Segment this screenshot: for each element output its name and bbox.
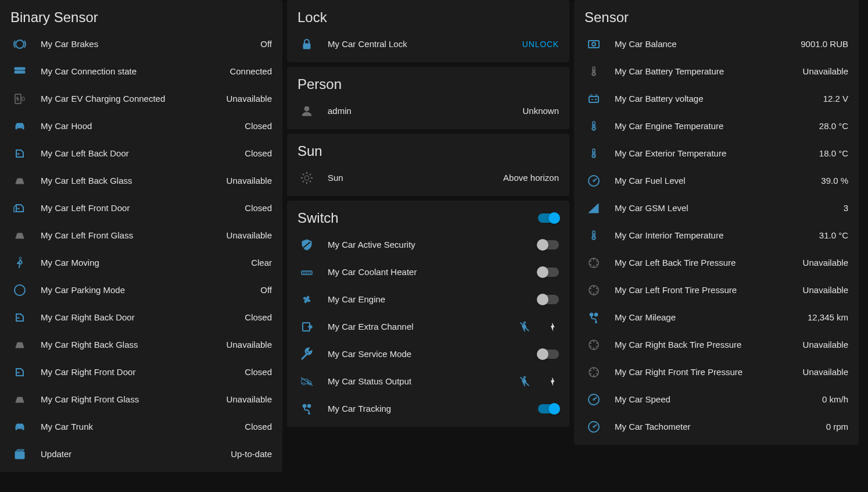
binary-sensor-row[interactable]: My Car Right Back Glass Unavailable xyxy=(0,331,282,358)
person-row[interactable]: admin Unknown xyxy=(287,97,569,124)
lock-title: Lock xyxy=(287,9,569,30)
sensor-row[interactable]: My Car Tachometer 0 rpm xyxy=(574,413,859,440)
flash-off-icon[interactable] xyxy=(518,320,531,333)
binary-sensor-row[interactable]: My Car Trunk Closed xyxy=(0,413,282,440)
sensor-row[interactable]: My Car Right Back Tire Pressure Unavaila… xyxy=(574,331,859,358)
ev-icon xyxy=(13,92,27,106)
sensor-row[interactable]: My Car Mileage 12,345 km xyxy=(574,304,859,331)
lock-action[interactable]: UNLOCK xyxy=(522,40,559,49)
glass-icon xyxy=(13,229,27,243)
switch-card: Switch My Car Active Security My Car Coo… xyxy=(287,201,569,427)
glass-icon xyxy=(13,174,27,188)
binary-sensor-row[interactable]: My Car Parking Mode Off xyxy=(0,276,282,304)
sensor-row[interactable]: My Car Left Front Tire Pressure Unavaila… xyxy=(574,276,859,304)
binary-sensor-label: My Car Left Front Glass xyxy=(41,230,227,240)
package-icon xyxy=(13,447,27,461)
binary-sensor-label: My Car Right Back Glass xyxy=(41,340,227,350)
switch-row[interactable]: My Car Active Security xyxy=(287,231,569,258)
binary-sensor-label: My Car Right Front Door xyxy=(41,367,245,377)
sun-label: Sun xyxy=(328,173,503,183)
door-open-icon xyxy=(13,201,27,215)
sensor-row[interactable]: My Car Speed 0 km/h xyxy=(574,386,859,413)
lock-row[interactable]: My Car Central Lock UNLOCK xyxy=(287,30,569,58)
sensor-label: My Car Engine Temperature xyxy=(615,121,819,131)
sensor-row[interactable]: My Car Interior Temperature 31.0 °C xyxy=(574,222,859,249)
switch-label: My Car Active Security xyxy=(328,240,538,249)
connection-icon xyxy=(13,65,27,79)
binary-sensor-label: My Car Brakes xyxy=(41,39,260,49)
radiator-icon xyxy=(300,265,314,279)
sensor-value: 12.2 V xyxy=(823,94,848,104)
sensor-row[interactable]: My Car Right Front Tire Pressure Unavail… xyxy=(574,358,859,386)
switch-toggle[interactable] xyxy=(538,295,559,304)
switch-label: My Car Status Output xyxy=(328,376,518,386)
brake-icon xyxy=(13,37,27,51)
lock-card: Lock My Car Central Lock UNLOCK xyxy=(287,0,569,62)
binary-sensor-row[interactable]: My Car Moving Clear xyxy=(0,249,282,276)
switch-toggle[interactable] xyxy=(538,268,559,277)
sensor-label: My Car Exterior Temperature xyxy=(615,148,819,158)
switch-toggle[interactable] xyxy=(538,240,559,249)
binary-sensor-row[interactable]: My Car Right Back Door Closed xyxy=(0,304,282,331)
flash-on-icon[interactable] xyxy=(547,321,559,333)
binary-sensor-label: My Car Trunk xyxy=(41,422,245,432)
sensor-value: Unavailable xyxy=(803,340,848,350)
sensor-row[interactable]: My Car Battery Temperature Unavailable xyxy=(574,58,859,85)
binary-sensor-value: Off xyxy=(260,285,272,295)
switch-row[interactable]: My Car Engine xyxy=(287,286,569,313)
binary-sensor-row[interactable]: My Car Hood Closed xyxy=(0,112,282,140)
binary-sensor-row[interactable]: My Car Right Front Glass Unavailable xyxy=(0,386,282,413)
binary-sensor-row[interactable]: My Car EV Charging Connected Unavailable xyxy=(0,85,282,112)
binary-sensor-label: My Car Parking Mode xyxy=(41,285,260,295)
binary-sensor-row[interactable]: My Car Left Front Glass Unavailable xyxy=(0,222,282,249)
sensor-label: My Car Balance xyxy=(615,39,801,49)
binary-sensor-value: Off xyxy=(260,39,272,49)
sensor-row[interactable]: My Car GSM Level 3 xyxy=(574,194,859,222)
sun-row[interactable]: Sun Above horizon xyxy=(287,164,569,191)
sensor-row[interactable]: My Car Left Back Tire Pressure Unavailab… xyxy=(574,249,859,276)
switch-toggle[interactable] xyxy=(538,404,559,413)
binary-sensor-row[interactable]: My Car Right Front Door Closed xyxy=(0,358,282,386)
binary-sensor-value: Closed xyxy=(245,203,272,213)
sun-value: Above horizon xyxy=(503,173,559,183)
binary-sensor-row[interactable]: My Car Left Back Door Closed xyxy=(0,140,282,167)
switch-row[interactable]: My Car Extra Channel xyxy=(287,313,569,340)
door-icon xyxy=(13,311,27,325)
thermometer-icon xyxy=(587,65,601,79)
export-icon xyxy=(300,320,314,334)
sun-card: Sun Sun Above horizon xyxy=(287,134,569,196)
sensor-row[interactable]: My Car Exterior Temperature 18.0 °C xyxy=(574,140,859,167)
flash-off-icon[interactable] xyxy=(518,375,531,388)
sensor-row[interactable]: My Car Fuel Level 39.0 % xyxy=(574,167,859,194)
switch-row[interactable]: My Car Tracking xyxy=(287,395,569,422)
sensor-label: My Car Tachometer xyxy=(615,422,826,432)
truck-icon xyxy=(300,375,314,388)
switch-label: My Car Extra Channel xyxy=(328,322,518,331)
switch-title: Switch xyxy=(297,210,339,226)
sensor-row[interactable]: My Car Battery voltage 12.2 V xyxy=(574,85,859,112)
person-icon xyxy=(300,104,314,118)
binary-sensor-row[interactable]: Updater Up-to-date xyxy=(0,440,282,468)
sensor-row[interactable]: My Car Balance 9001.0 RUB xyxy=(574,30,859,58)
switch-master-toggle[interactable] xyxy=(538,213,559,223)
binary-sensor-label: My Car Hood xyxy=(41,121,245,131)
binary-sensor-value: Closed xyxy=(245,422,272,432)
door-icon xyxy=(13,365,27,379)
flash-on-icon[interactable] xyxy=(547,376,559,387)
sensor-row[interactable]: My Car Engine Temperature 28.0 °C xyxy=(574,112,859,140)
binary-sensor-row[interactable]: My Car Left Front Door Closed xyxy=(0,194,282,222)
switch-row[interactable]: My Car Status Output xyxy=(287,368,569,395)
sensor-value: Unavailable xyxy=(803,285,848,295)
binary-sensor-row[interactable]: My Car Connection state Connected xyxy=(0,58,282,85)
switch-toggle[interactable] xyxy=(538,350,559,359)
binary-sensor-row[interactable]: My Car Left Back Glass Unavailable xyxy=(0,167,282,194)
binary-sensor-label: My Car Connection state xyxy=(41,66,229,76)
binary-sensor-value: Clear xyxy=(251,258,272,268)
sensor-label: My Car GSM Level xyxy=(615,203,844,213)
binary-sensor-value: Unavailable xyxy=(227,340,272,350)
map-marker-icon xyxy=(587,311,601,325)
switch-row[interactable]: My Car Service Mode xyxy=(287,340,569,368)
binary-sensor-row[interactable]: My Car Brakes Off xyxy=(0,30,282,58)
switch-row[interactable]: My Car Coolant Heater xyxy=(287,258,569,286)
binary-sensor-label: My Car Left Back Door xyxy=(41,148,245,158)
